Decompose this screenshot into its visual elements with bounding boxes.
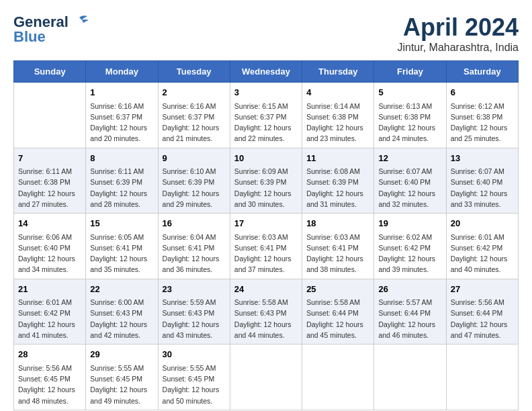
day-cell: 18Sunrise: 6:03 AM Sunset: 6:41 PM Dayli… bbox=[302, 214, 374, 279]
col-header-thursday: Thursday bbox=[302, 61, 374, 83]
day-number: 30 bbox=[163, 348, 226, 361]
header-row: SundayMondayTuesdayWednesdayThursdayFrid… bbox=[14, 61, 519, 83]
day-number: 9 bbox=[163, 152, 226, 165]
day-cell: 22Sunrise: 6:00 AM Sunset: 6:43 PM Dayli… bbox=[86, 279, 158, 345]
day-detail: Sunrise: 6:01 AM Sunset: 6:42 PM Dayligh… bbox=[451, 232, 514, 275]
day-cell: 30Sunrise: 5:55 AM Sunset: 6:45 PM Dayli… bbox=[158, 345, 230, 410]
day-number: 28 bbox=[18, 348, 81, 361]
day-number: 25 bbox=[306, 283, 369, 296]
day-cell: 23Sunrise: 5:59 AM Sunset: 6:43 PM Dayli… bbox=[158, 279, 230, 345]
day-cell: 10Sunrise: 6:09 AM Sunset: 6:39 PM Dayli… bbox=[230, 148, 302, 214]
day-detail: Sunrise: 6:14 AM Sunset: 6:38 PM Dayligh… bbox=[306, 101, 369, 144]
day-number: 11 bbox=[306, 152, 369, 165]
title-block: April 2024 Jintur, Maharashtra, India bbox=[397, 13, 519, 54]
day-cell: 5Sunrise: 6:13 AM Sunset: 6:38 PM Daylig… bbox=[374, 83, 446, 148]
week-row-3: 14Sunrise: 6:06 AM Sunset: 6:40 PM Dayli… bbox=[14, 214, 519, 279]
logo-bird-icon bbox=[69, 15, 90, 30]
day-detail: Sunrise: 6:13 AM Sunset: 6:38 PM Dayligh… bbox=[378, 101, 441, 144]
day-cell bbox=[230, 345, 302, 410]
day-detail: Sunrise: 5:55 AM Sunset: 6:45 PM Dayligh… bbox=[90, 363, 153, 406]
logo: General Blue bbox=[13, 13, 90, 46]
day-number: 1 bbox=[90, 86, 153, 99]
day-number: 12 bbox=[378, 152, 441, 165]
day-detail: Sunrise: 6:08 AM Sunset: 6:39 PM Dayligh… bbox=[306, 166, 369, 210]
day-detail: Sunrise: 6:07 AM Sunset: 6:40 PM Dayligh… bbox=[378, 166, 441, 210]
subtitle: Jintur, Maharashtra, India bbox=[397, 42, 519, 54]
day-detail: Sunrise: 6:00 AM Sunset: 6:43 PM Dayligh… bbox=[90, 297, 153, 340]
day-cell: 20Sunrise: 6:01 AM Sunset: 6:42 PM Dayli… bbox=[446, 214, 518, 279]
day-detail: Sunrise: 6:03 AM Sunset: 6:41 PM Dayligh… bbox=[306, 232, 369, 275]
day-cell: 14Sunrise: 6:06 AM Sunset: 6:40 PM Dayli… bbox=[14, 214, 86, 279]
day-cell: 7Sunrise: 6:11 AM Sunset: 6:38 PM Daylig… bbox=[14, 148, 86, 214]
day-cell: 1Sunrise: 6:16 AM Sunset: 6:37 PM Daylig… bbox=[86, 83, 158, 148]
day-detail: Sunrise: 6:15 AM Sunset: 6:37 PM Dayligh… bbox=[234, 101, 298, 144]
day-number: 10 bbox=[234, 152, 298, 165]
week-row-2: 7Sunrise: 6:11 AM Sunset: 6:38 PM Daylig… bbox=[14, 148, 519, 214]
day-detail: Sunrise: 5:56 AM Sunset: 6:45 PM Dayligh… bbox=[18, 363, 81, 406]
day-cell: 3Sunrise: 6:15 AM Sunset: 6:37 PM Daylig… bbox=[230, 83, 302, 148]
page-header: General Blue April 2024 Jintur, Maharash… bbox=[13, 13, 519, 54]
day-detail: Sunrise: 6:16 AM Sunset: 6:37 PM Dayligh… bbox=[90, 101, 153, 144]
day-number: 18 bbox=[306, 217, 369, 230]
day-detail: Sunrise: 6:10 AM Sunset: 6:39 PM Dayligh… bbox=[163, 166, 226, 210]
day-cell: 28Sunrise: 5:56 AM Sunset: 6:45 PM Dayli… bbox=[14, 345, 86, 410]
day-detail: Sunrise: 6:11 AM Sunset: 6:39 PM Dayligh… bbox=[90, 166, 153, 210]
day-detail: Sunrise: 6:01 AM Sunset: 6:42 PM Dayligh… bbox=[18, 297, 81, 340]
day-detail: Sunrise: 6:12 AM Sunset: 6:38 PM Dayligh… bbox=[451, 101, 514, 144]
day-cell: 4Sunrise: 6:14 AM Sunset: 6:38 PM Daylig… bbox=[302, 83, 374, 148]
day-cell: 12Sunrise: 6:07 AM Sunset: 6:40 PM Dayli… bbox=[374, 148, 446, 214]
main-title: April 2024 bbox=[397, 13, 519, 42]
day-number: 7 bbox=[18, 152, 81, 165]
day-detail: Sunrise: 5:55 AM Sunset: 6:45 PM Dayligh… bbox=[163, 363, 226, 406]
day-number: 19 bbox=[378, 217, 441, 230]
day-number: 16 bbox=[163, 217, 226, 230]
day-number: 8 bbox=[90, 152, 153, 165]
day-detail: Sunrise: 5:58 AM Sunset: 6:43 PM Dayligh… bbox=[234, 297, 298, 340]
day-cell: 29Sunrise: 5:55 AM Sunset: 6:45 PM Dayli… bbox=[86, 345, 158, 410]
day-detail: Sunrise: 6:11 AM Sunset: 6:38 PM Dayligh… bbox=[18, 166, 81, 210]
day-detail: Sunrise: 6:03 AM Sunset: 6:41 PM Dayligh… bbox=[234, 232, 298, 275]
day-cell bbox=[446, 345, 518, 410]
day-cell: 6Sunrise: 6:12 AM Sunset: 6:38 PM Daylig… bbox=[446, 83, 518, 148]
day-number: 2 bbox=[163, 86, 226, 99]
day-number: 23 bbox=[163, 283, 226, 296]
day-detail: Sunrise: 5:57 AM Sunset: 6:44 PM Dayligh… bbox=[378, 297, 441, 340]
day-cell: 16Sunrise: 6:04 AM Sunset: 6:41 PM Dayli… bbox=[158, 214, 230, 279]
day-cell bbox=[302, 345, 374, 410]
col-header-wednesday: Wednesday bbox=[230, 61, 302, 83]
day-cell: 26Sunrise: 5:57 AM Sunset: 6:44 PM Dayli… bbox=[374, 279, 446, 345]
day-detail: Sunrise: 6:06 AM Sunset: 6:40 PM Dayligh… bbox=[18, 232, 81, 275]
day-number: 24 bbox=[234, 283, 298, 296]
day-number: 3 bbox=[234, 86, 298, 99]
day-cell: 27Sunrise: 5:56 AM Sunset: 6:44 PM Dayli… bbox=[446, 279, 518, 345]
day-cell bbox=[14, 83, 86, 148]
day-number: 26 bbox=[378, 283, 441, 296]
day-detail: Sunrise: 6:02 AM Sunset: 6:42 PM Dayligh… bbox=[378, 232, 441, 275]
week-row-1: 1Sunrise: 6:16 AM Sunset: 6:37 PM Daylig… bbox=[14, 83, 519, 148]
day-detail: Sunrise: 5:59 AM Sunset: 6:43 PM Dayligh… bbox=[163, 297, 226, 340]
logo-blue: Blue bbox=[13, 28, 46, 46]
day-cell: 19Sunrise: 6:02 AM Sunset: 6:42 PM Dayli… bbox=[374, 214, 446, 279]
day-number: 15 bbox=[90, 217, 153, 230]
day-number: 5 bbox=[378, 86, 441, 99]
day-number: 20 bbox=[451, 217, 514, 230]
day-cell: 25Sunrise: 5:58 AM Sunset: 6:44 PM Dayli… bbox=[302, 279, 374, 345]
day-cell: 2Sunrise: 6:16 AM Sunset: 6:37 PM Daylig… bbox=[158, 83, 230, 148]
col-header-saturday: Saturday bbox=[446, 61, 518, 83]
day-number: 17 bbox=[234, 217, 298, 230]
day-cell: 15Sunrise: 6:05 AM Sunset: 6:41 PM Dayli… bbox=[86, 214, 158, 279]
day-cell: 9Sunrise: 6:10 AM Sunset: 6:39 PM Daylig… bbox=[158, 148, 230, 214]
day-cell: 21Sunrise: 6:01 AM Sunset: 6:42 PM Dayli… bbox=[14, 279, 86, 345]
day-detail: Sunrise: 6:05 AM Sunset: 6:41 PM Dayligh… bbox=[90, 232, 153, 275]
day-cell: 11Sunrise: 6:08 AM Sunset: 6:39 PM Dayli… bbox=[302, 148, 374, 214]
day-cell: 17Sunrise: 6:03 AM Sunset: 6:41 PM Dayli… bbox=[230, 214, 302, 279]
col-header-tuesday: Tuesday bbox=[158, 61, 230, 83]
day-detail: Sunrise: 5:56 AM Sunset: 6:44 PM Dayligh… bbox=[451, 297, 514, 340]
day-number: 22 bbox=[90, 283, 153, 296]
day-detail: Sunrise: 6:07 AM Sunset: 6:40 PM Dayligh… bbox=[451, 166, 514, 210]
day-number: 4 bbox=[306, 86, 369, 99]
col-header-monday: Monday bbox=[86, 61, 158, 83]
day-number: 27 bbox=[451, 283, 514, 296]
day-number: 14 bbox=[18, 217, 81, 230]
day-cell: 13Sunrise: 6:07 AM Sunset: 6:40 PM Dayli… bbox=[446, 148, 518, 214]
